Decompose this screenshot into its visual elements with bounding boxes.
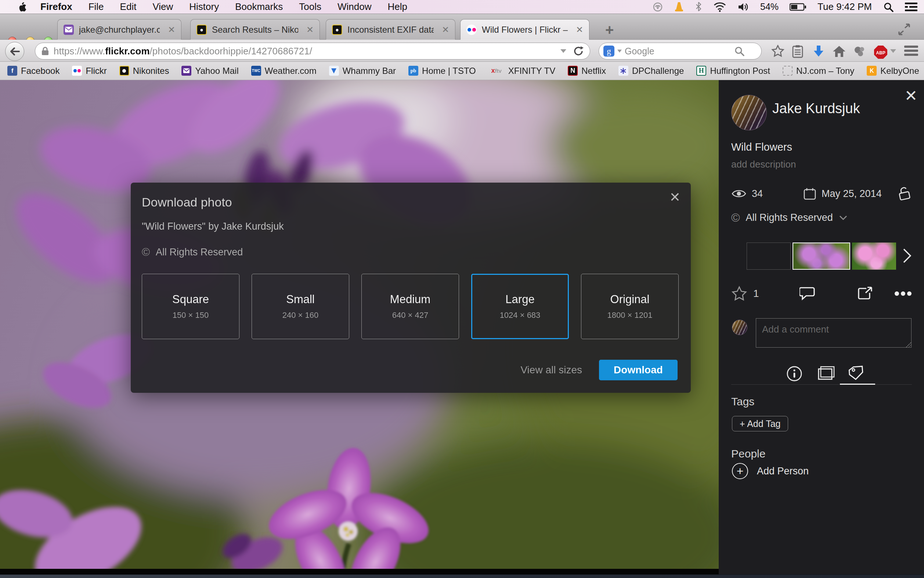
license-row[interactable]: © All Rights Reserved (731, 211, 848, 224)
filmstrip-next-thumb[interactable] (852, 242, 896, 270)
size-option-square[interactable]: Square 150 × 150 (142, 274, 239, 339)
bookmark-netflix[interactable]: N Netflix (568, 66, 606, 76)
url-bar[interactable]: https://www.flickr.com/photos/backdoorhi… (35, 43, 590, 60)
bookmark-star-icon[interactable] (771, 45, 785, 57)
bluetooth-icon[interactable] (695, 2, 702, 13)
add-tag-button[interactable]: + Add Tag (732, 416, 788, 431)
menu-history[interactable]: History (189, 1, 219, 13)
bookmark-xfinity[interactable]: xftv XFINITY TV (489, 66, 555, 76)
add-description-link[interactable]: add description (731, 159, 796, 170)
apple-logo-icon[interactable] (17, 2, 28, 13)
size-option-small[interactable]: Small 240 × 160 (252, 274, 349, 339)
filmstrip-prev-slot[interactable] (747, 242, 791, 270)
bookmark-dpchallenge[interactable]: DPChallenge (618, 66, 684, 76)
fullscreen-icon[interactable] (897, 23, 911, 36)
menu-help[interactable]: Help (387, 1, 407, 13)
menu-view[interactable]: View (152, 1, 173, 13)
info-tab-icon[interactable] (786, 365, 803, 382)
google-logo-icon: g (604, 45, 615, 57)
menu-bookmarks[interactable]: Bookmarks (235, 1, 283, 13)
size-option-original[interactable]: Original 1800 × 1201 (581, 274, 679, 339)
url-dropdown-icon[interactable] (560, 49, 566, 53)
adblock-plus-icon[interactable]: ABP (873, 45, 888, 60)
filmstrip-current-thumb[interactable] (793, 242, 850, 270)
adblock-dropdown-icon[interactable] (890, 49, 896, 53)
bookmark-weather[interactable]: TWC Weather.com (251, 66, 317, 76)
battery-icon[interactable] (790, 2, 806, 12)
back-button[interactable] (5, 42, 24, 61)
creative-cloud-icon[interactable] (652, 2, 663, 13)
date-taken[interactable]: May 25, 2014 (822, 188, 882, 200)
menu-file[interactable]: File (89, 1, 104, 13)
search-input[interactable] (625, 46, 731, 57)
bookmark-whammy-bar[interactable]: Whammy Bar (329, 66, 396, 76)
photostream-filmstrip (719, 241, 924, 271)
reload-icon[interactable] (573, 45, 584, 57)
tab-close-icon[interactable]: ✕ (442, 24, 449, 35)
albums-tab-icon[interactable] (817, 365, 835, 382)
tab-exif[interactable]: Inconsistent EXIF data fro... ✕ (326, 19, 455, 40)
menu-hamburger-icon[interactable] (904, 45, 918, 57)
tab-close-icon[interactable]: ✕ (576, 24, 583, 35)
menu-edit[interactable]: Edit (120, 1, 137, 13)
bookmark-njcom[interactable]: NJ.com – Tony (783, 66, 854, 76)
tags-tab-icon[interactable] (848, 365, 866, 382)
cone-status-icon[interactable] (674, 2, 684, 13)
bookmark-huffpost[interactable]: H Huffington Post (696, 66, 770, 76)
bookmark-yahoo-mail[interactable]: Yahoo Mail (181, 66, 238, 76)
tab-title: Wild Flowers | Flickr – Pho... (482, 24, 568, 35)
dialog-close-icon[interactable]: ✕ (670, 191, 681, 204)
search-magnifier-icon[interactable] (734, 46, 744, 56)
size-option-large-selected[interactable]: Large 1024 × 683 (471, 274, 569, 339)
bookmark-flickr[interactable]: Flickr (72, 66, 107, 76)
sidebar-close-icon[interactable]: ✕ (905, 87, 918, 105)
search-engine-dropdown-icon[interactable] (617, 50, 622, 52)
notification-center-icon[interactable] (905, 2, 918, 12)
calendar-icon (803, 187, 816, 200)
bookmarks-toolbar: f Facebook Flickr Nikonites Yahoo Mail T… (0, 62, 924, 80)
tab-nikonites-search[interactable]: Search Results – Nikonites ✕ (190, 19, 320, 40)
menu-window[interactable]: Window (338, 1, 371, 13)
dialog-subtitle: "Wild Flowers" by Jake Kurdsjuk (142, 221, 284, 232)
tab-mail[interactable]: jake@churchplayer.com – ... ✕ (57, 19, 181, 40)
camera-favicon (332, 24, 342, 35)
photo-letterbox-bar (0, 569, 719, 574)
bookmark-nikonites[interactable]: Nikonites (119, 66, 169, 76)
home-icon[interactable] (832, 45, 846, 58)
downloads-icon[interactable] (812, 45, 825, 58)
unlock-privacy-icon[interactable] (896, 186, 912, 201)
size-options: Square 150 × 150 Small 240 × 160 Medium … (142, 274, 679, 339)
facebook-icon: f (7, 66, 17, 76)
owner-name[interactable]: Jake Kurdsjuk (772, 101, 860, 117)
comment-input[interactable] (756, 318, 911, 347)
battery-percent: 54% (760, 2, 778, 12)
volume-icon[interactable] (738, 2, 749, 13)
bookmark-facebook[interactable]: f Facebook (7, 66, 60, 76)
size-option-medium[interactable]: Medium 640 × 427 (361, 274, 459, 339)
tab-flickr-active[interactable]: Wild Flowers | Flickr – Pho... ✕ (460, 19, 589, 40)
owner-avatar[interactable] (731, 95, 767, 130)
tab-close-icon[interactable]: ✕ (168, 24, 175, 35)
add-person-button[interactable]: + Add Person (732, 463, 809, 479)
reading-list-icon[interactable] (792, 45, 804, 58)
share-icon[interactable] (857, 286, 873, 301)
view-all-sizes-link[interactable]: View all sizes (520, 364, 582, 376)
comment-bubble-icon[interactable] (799, 286, 816, 301)
extension-icon[interactable] (853, 45, 866, 58)
photo-title[interactable]: Wild Flowers (731, 141, 792, 153)
menu-clock[interactable]: Tue 9:42 PM (817, 1, 872, 13)
bookmark-tsto[interactable]: pb Home | TSTO (408, 66, 476, 76)
menu-firefox[interactable]: Firefox (40, 1, 72, 13)
new-tab-button[interactable]: + (605, 24, 614, 35)
bookmark-kelbyone[interactable]: K KelbyOne (867, 66, 919, 76)
wifi-icon[interactable] (713, 2, 727, 13)
search-bar[interactable]: g (599, 43, 762, 60)
tab-close-icon[interactable]: ✕ (306, 24, 314, 35)
menu-tools[interactable]: Tools (299, 1, 321, 13)
more-options-icon[interactable] (894, 291, 912, 296)
filmstrip-chevron-right-icon[interactable] (902, 248, 912, 264)
fave-star-icon[interactable] (731, 286, 748, 301)
textarea-resize-grip[interactable] (906, 342, 911, 347)
spotlight-search-icon[interactable] (883, 2, 894, 13)
download-button[interactable]: Download (599, 360, 678, 380)
